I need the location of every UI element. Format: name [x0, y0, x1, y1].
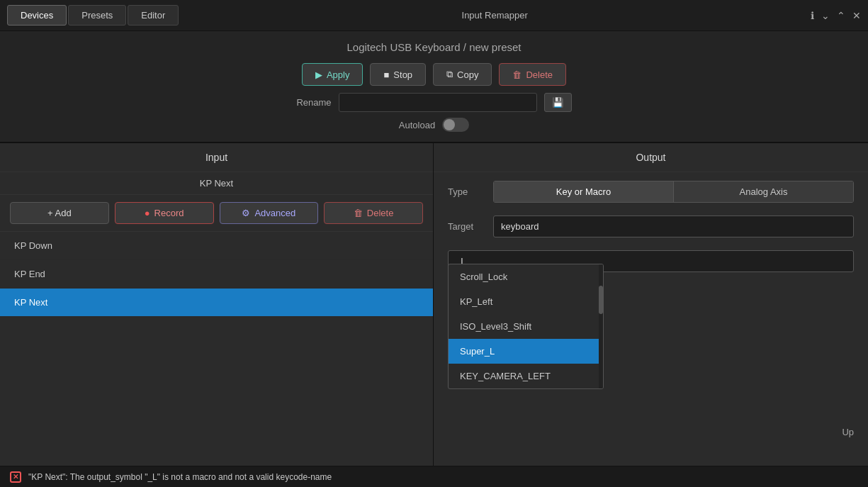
apply-label: Apply	[327, 69, 350, 80]
delete-label: Delete	[526, 69, 553, 80]
record-icon: ●	[145, 208, 150, 218]
dropdown-item-scroll-lock[interactable]: Scroll_Lock	[449, 264, 603, 289]
app-title: Input Remapper	[179, 10, 811, 21]
list-item[interactable]: KP Next	[0, 289, 433, 317]
copy-icon: ⧉	[446, 69, 453, 80]
output-panel: Output Type Key or Macro Analog Axis Tar…	[434, 143, 868, 466]
dropdown-item-super-l[interactable]: Super_L	[449, 339, 603, 364]
topbar: Logitech USB Keyboard / new preset ▶ App…	[0, 31, 868, 142]
key-dropdown: Scroll_Lock KP_Left ISO_Level3_Shift Sup…	[448, 264, 604, 389]
info-icon[interactable]: ℹ	[811, 10, 814, 21]
input-delete-button[interactable]: 🗑 Delete	[324, 202, 423, 224]
dropdown-scroll[interactable]: Scroll_Lock KP_Left ISO_Level3_Shift Sup…	[449, 264, 603, 388]
record-button[interactable]: ● Record	[115, 202, 214, 224]
stop-button[interactable]: ■ Stop	[370, 63, 426, 86]
input-delete-icon: 🗑	[354, 208, 363, 218]
input-panel-header: Input	[0, 143, 433, 172]
output-panel-header: Output	[434, 143, 868, 172]
target-select[interactable]: keyboard	[493, 215, 854, 237]
statusbar: ✕ "KP Next": The output_symbol "_L" is n…	[0, 466, 868, 487]
type-analog-button[interactable]: Analog Axis	[673, 181, 853, 202]
record-label: Record	[154, 208, 184, 218]
stop-icon: ■	[383, 69, 389, 80]
scrollbar-thumb	[599, 286, 603, 314]
advanced-label: Advanced	[254, 208, 295, 218]
input-delete-label: Delete	[367, 208, 394, 218]
input-current-key: KP Next	[0, 172, 433, 195]
output-up-label: Up	[842, 427, 854, 437]
dropdown-item-iso-level3[interactable]: ISO_Level3_Shift	[449, 314, 603, 339]
copy-label: Copy	[457, 69, 478, 80]
stop-label: Stop	[393, 69, 412, 80]
list-item[interactable]: KP Down	[0, 232, 433, 260]
rename-row: Rename 💾	[14, 93, 854, 112]
type-buttons: Key or Macro Analog Axis	[493, 181, 854, 203]
rename-label: Rename	[296, 97, 331, 108]
add-button[interactable]: + Add	[10, 202, 109, 224]
copy-button[interactable]: ⧉ Copy	[433, 63, 492, 86]
advanced-button[interactable]: ⚙ Advanced	[220, 202, 319, 224]
autoload-toggle[interactable]	[442, 118, 469, 132]
advanced-icon: ⚙	[242, 208, 250, 218]
input-actions: + Add ● Record ⚙ Advanced 🗑 Delete	[0, 195, 433, 232]
window-controls: ℹ ⌄ ⌃ ✕	[811, 10, 861, 21]
preset-name: new preset	[469, 41, 521, 53]
separator: /	[463, 41, 469, 53]
delete-button[interactable]: 🗑 Delete	[499, 63, 566, 86]
titlebar: Devices Presets Editor Input Remapper ℹ …	[0, 0, 868, 31]
trash-icon: 🗑	[512, 69, 522, 80]
apply-button[interactable]: ▶ Apply	[302, 63, 363, 86]
autoload-row: Autoload	[14, 118, 854, 132]
input-list: KP Down KP End KP Next	[0, 232, 433, 466]
tab-devices[interactable]: Devices	[7, 5, 67, 26]
output-target-row: Target keyboard	[434, 211, 868, 246]
play-icon: ▶	[315, 69, 322, 80]
toggle-knob	[444, 119, 455, 130]
rename-input[interactable]	[339, 93, 537, 112]
dropdown-item-kp-left[interactable]: KP_Left	[449, 289, 603, 314]
device-preset-name: Logitech USB Keyboard / new preset	[14, 41, 854, 53]
status-error-icon: ✕	[10, 471, 21, 483]
tab-presets[interactable]: Presets	[68, 5, 126, 26]
autoload-label: Autoload	[399, 120, 435, 130]
maximize-icon[interactable]: ⌃	[837, 10, 845, 21]
output-type-row: Type Key or Macro Analog Axis	[434, 172, 868, 211]
input-panel: Input KP Next + Add ● Record ⚙ Advanced …	[0, 143, 434, 466]
target-label: Target	[448, 221, 483, 232]
dropdown-item-key-camera-left[interactable]: KEY_CAMERA_LEFT	[449, 364, 603, 388]
split-panel: Input KP Next + Add ● Record ⚙ Advanced …	[0, 142, 868, 466]
tab-editor[interactable]: Editor	[128, 5, 179, 26]
list-item[interactable]: KP End	[0, 260, 433, 289]
type-key-macro-button[interactable]: Key or Macro	[494, 181, 673, 202]
toolbar: ▶ Apply ■ Stop ⧉ Copy 🗑 Delete	[14, 63, 854, 86]
type-label: Type	[448, 186, 483, 197]
main-content: Logitech USB Keyboard / new preset ▶ App…	[0, 31, 868, 466]
minimize-all-icon[interactable]: ⌄	[821, 10, 830, 21]
titlebar-tabs: Devices Presets Editor	[7, 5, 179, 26]
close-icon[interactable]: ✕	[852, 10, 861, 21]
scrollbar-track	[599, 264, 603, 388]
device-name: Logitech USB Keyboard	[347, 41, 461, 53]
save-rename-button[interactable]: 💾	[544, 93, 572, 112]
status-message: "KP Next": The output_symbol "_L" is not…	[28, 472, 332, 482]
